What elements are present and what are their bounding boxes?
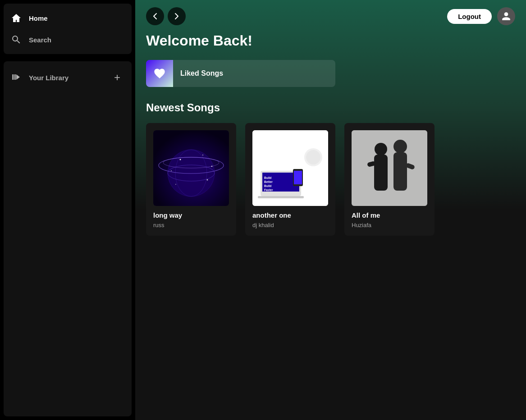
library-header: Your Library + (4, 65, 132, 90)
svg-text:Faster: Faster (264, 188, 273, 192)
top-bar-right: Logout (447, 7, 515, 25)
svg-point-27 (375, 143, 387, 155)
svg-point-10 (171, 170, 172, 171)
library-section: Your Library + (4, 61, 132, 416)
forward-button[interactable] (168, 7, 186, 25)
liked-songs-card[interactable]: Liked Songs (146, 60, 335, 87)
svg-text:Build: Build (264, 176, 271, 179)
liked-songs-label: Liked Songs (173, 69, 230, 78)
logout-button[interactable]: Logout (447, 9, 492, 24)
svg-point-7 (180, 159, 181, 160)
svg-point-12 (175, 184, 176, 185)
user-avatar[interactable] (497, 7, 515, 25)
sidebar-navigation: Home Search (4, 4, 132, 54)
main-content: Logout Welcome Back! Liked Songs (135, 0, 526, 420)
svg-rect-28 (374, 155, 388, 191)
svg-text:Build: Build (264, 184, 271, 187)
svg-text:Better: Better (264, 180, 273, 183)
song-image-all-of-me (352, 130, 427, 206)
search-label: Search (29, 36, 51, 44)
svg-point-24 (306, 150, 320, 164)
svg-rect-31 (393, 152, 407, 191)
nav-buttons (146, 7, 186, 25)
song-image-long-way (153, 130, 229, 206)
svg-rect-21 (294, 171, 302, 184)
back-button[interactable] (146, 7, 164, 25)
song-artist-long-way: russ (153, 222, 229, 228)
liked-songs-icon (146, 60, 173, 87)
sidebar: Home Search Your L (0, 0, 135, 420)
svg-rect-22 (258, 196, 304, 198)
library-icon (11, 72, 22, 84)
svg-point-30 (393, 140, 407, 153)
song-artist-all-of-me: Huziafa (352, 222, 427, 228)
svg-point-1 (168, 150, 215, 196)
svg-point-9 (211, 166, 212, 167)
top-bar: Logout (135, 0, 526, 32)
content-area: Welcome Back! Liked Songs Newest Songs (135, 32, 526, 247)
svg-point-11 (207, 179, 208, 181)
song-card-all-of-me[interactable]: All of me Huziafa (344, 123, 435, 236)
sidebar-item-search[interactable]: Search (4, 29, 132, 50)
song-image-another-one: Build Better Build Faster (252, 130, 328, 206)
song-card-long-way[interactable]: long way russ (146, 123, 236, 236)
svg-point-8 (202, 155, 203, 155)
welcome-title: Welcome Back! (146, 32, 515, 49)
library-label: Your Library (29, 74, 69, 82)
songs-grid: long way russ Build Better (146, 123, 515, 236)
song-title-another-one: another one (252, 211, 328, 219)
add-library-button[interactable]: + (110, 70, 124, 85)
search-icon (11, 34, 22, 45)
newest-songs-title: Newest Songs (146, 101, 515, 114)
song-card-another-one[interactable]: Build Better Build Faster (245, 123, 335, 236)
home-label: Home (29, 14, 48, 22)
svg-rect-26 (352, 130, 427, 206)
song-title-all-of-me: All of me (352, 211, 427, 219)
sidebar-item-home[interactable]: Home (4, 7, 132, 29)
song-title-long-way: long way (153, 211, 229, 219)
home-icon (11, 13, 22, 23)
song-artist-another-one: dj khalid (252, 222, 328, 228)
library-title-group[interactable]: Your Library (11, 72, 69, 84)
